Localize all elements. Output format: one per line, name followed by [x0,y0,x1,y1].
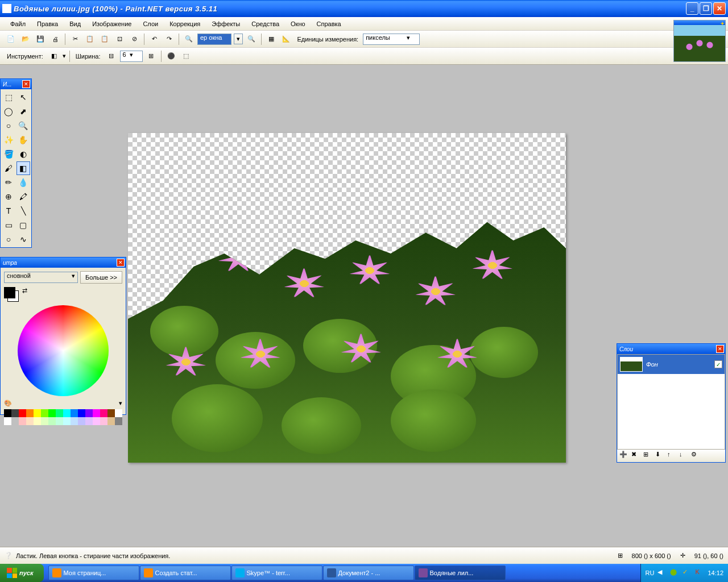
layers-panel-close[interactable]: ✕ [716,345,724,353]
tray-icon[interactable]: ✓ [682,568,692,577]
ellipse-tool[interactable]: ○ [2,232,15,246]
taskbar-item[interactable]: Создать стат... [140,566,231,580]
color-palette-2[interactable] [4,417,122,425]
menu-window[interactable]: Окно [285,18,311,30]
tray-icon[interactable]: ⬤ [670,568,679,577]
layers-panel-title[interactable]: Слои [617,344,725,354]
more-button[interactable]: Больше >> [80,271,122,284]
palette-icon[interactable]: 🎨 [4,400,12,407]
rounded-rect-tool[interactable]: ▢ [16,218,30,232]
zoom-out-button[interactable]: 🔍 [183,33,195,45]
copy-button[interactable]: 📋 [84,33,96,45]
zoom-select[interactable]: ер окна [197,34,231,45]
width-decrease[interactable]: ⊟ [105,50,118,63]
color-wheel[interactable] [18,305,109,396]
move-tool[interactable]: ↖ [16,90,30,104]
menu-tools[interactable]: Средства [246,18,285,30]
layers-panel[interactable]: Слои ✕ Фон ✓ ➕ ✖ ⊞ ⬇ ↑ ↓ ⚙ [617,343,726,463]
print-button[interactable]: 🖨 [49,33,61,45]
dropdown-icon[interactable]: ▾ [63,52,66,60]
ellipse-select-tool[interactable]: ○ [2,119,15,132]
rect-select-tool[interactable]: ⬚ [2,90,15,104]
redo-button[interactable]: ↷ [163,33,175,45]
duplicate-layer-button[interactable]: ⊞ [643,451,653,461]
tray-icon[interactable]: K [695,568,704,577]
menu-adjustments[interactable]: Коррекция [164,18,206,30]
tray-icon[interactable]: ◀ [657,568,667,577]
move-down-button[interactable]: ↓ [679,451,689,461]
lasso-tool[interactable]: ◯ [2,105,15,118]
canvas[interactable] [128,133,566,463]
move-selection-tool[interactable]: ⬈ [16,105,30,118]
menu-view[interactable]: Вид [64,18,86,30]
antialias-button[interactable]: ⚫ [165,50,177,63]
deselect-button[interactable]: ⊘ [128,33,140,45]
eraser-tool[interactable]: ◧ [16,161,30,175]
dropdown-icon[interactable]: ▾ [234,34,243,44]
swap-colors-icon[interactable]: ⇄ [22,287,27,294]
tools-panel-close[interactable]: ✕ [22,80,30,88]
color-palette[interactable] [4,409,122,417]
properties-button[interactable]: ⚙ [691,451,701,461]
zoom-in-button[interactable]: 🔍 [245,33,258,45]
taskbar-item[interactable]: Водяные лил... [415,566,506,580]
delete-layer-button[interactable]: ✖ [631,451,642,461]
cut-button[interactable]: ✂ [69,33,81,45]
new-button[interactable]: 📄 [5,33,17,45]
save-button[interactable]: 💾 [34,33,47,45]
gradient-tool[interactable]: ◐ [16,147,30,161]
grid-button[interactable]: ▦ [265,33,278,45]
brush-tool[interactable]: 🖌 [2,161,15,175]
colors-panel[interactable]: итра ✕ сновной ▾ Больше >> ⇄ 🎨 ▾ [0,257,126,415]
taskbar-item[interactable]: Документ2 - ... [323,566,414,580]
blend-button[interactable]: ⬚ [180,50,192,63]
colors-panel-close[interactable]: ✕ [117,259,125,267]
freeform-tool[interactable]: ∿ [16,232,30,246]
color-picker-tool[interactable]: 💧 [16,176,30,189]
menu-help[interactable]: Справка [311,18,347,30]
menu-file[interactable]: Файл [5,18,31,30]
start-button[interactable]: пуск [0,564,44,582]
ruler-button[interactable]: 📐 [280,33,292,45]
rect-tool[interactable]: ▭ [2,218,15,232]
maximize-button[interactable]: ❐ [700,2,712,15]
tools-panel[interactable]: И... ✕ ⬚ ↖ ◯ ⬈ ○ 🔍 ✨ ✋ 🪣 ◐ 🖌 ◧ ✏ 💧 ⊕ 🖍 T… [0,78,32,248]
menu-effects[interactable]: Эффекты [206,18,246,30]
open-button[interactable]: 📂 [19,33,32,45]
crop-button[interactable]: ⊡ [113,33,126,45]
language-indicator[interactable]: RU [646,569,655,576]
pan-tool[interactable]: ✋ [16,133,30,147]
fill-tool[interactable]: 🪣 [2,147,15,161]
layer-visibility-checkbox[interactable]: ✓ [714,360,722,368]
add-layer-button[interactable]: ➕ [619,451,630,461]
paste-button[interactable]: 📋 [98,33,111,45]
menu-image[interactable]: Изображение [86,18,137,30]
undo-button[interactable]: ↶ [148,33,160,45]
units-select[interactable]: пикселы ▾ [363,34,420,45]
magic-wand-tool[interactable]: ✨ [2,133,15,147]
zoom-tool[interactable]: 🔍 [16,119,30,132]
move-up-button[interactable]: ↑ [667,451,677,461]
layer-item[interactable]: Фон ✓ [618,355,725,374]
current-tool-icon[interactable]: ◧ [48,50,60,63]
width-increase[interactable]: ⊞ [145,50,158,63]
line-tool[interactable]: ╲ [16,204,30,218]
merge-down-button[interactable]: ⬇ [655,451,665,461]
taskbar-item[interactable]: Моя страниц... [48,566,139,580]
close-button[interactable]: ✕ [713,2,726,15]
minimize-button[interactable]: _ [686,2,698,15]
color-mode-select[interactable]: сновной ▾ [4,272,78,283]
width-input[interactable]: 6 ▾ [120,51,143,62]
text-tool[interactable]: T [2,204,15,218]
menu-edit[interactable]: Правка [31,18,64,30]
primary-color-swatch[interactable] [4,287,15,298]
clock[interactable]: 14:12 [708,569,723,576]
pencil-tool[interactable]: ✏ [2,176,15,189]
menu-layers[interactable]: Слои [137,18,164,30]
document-thumbnail[interactable] [673,20,726,62]
taskbar-item[interactable]: Skype™ - terr... [231,566,322,580]
palette-menu-icon[interactable]: ▾ [119,400,122,407]
recolor-tool[interactable]: 🖍 [16,190,30,203]
clone-tool[interactable]: ⊕ [2,190,15,203]
colors-panel-title[interactable]: итра [1,257,126,268]
